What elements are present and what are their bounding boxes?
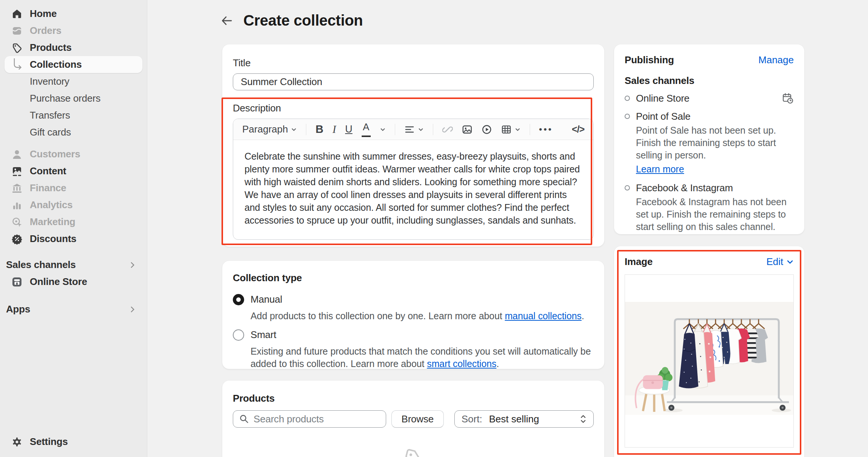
sidebar-item-customers[interactable]: Customers [5,146,142,163]
link-button[interactable] [442,124,453,135]
sort-value: Best selling [489,413,539,425]
empty-state-tag-icon [400,445,427,457]
sidebar-item-content[interactable]: Content [5,163,142,180]
help-prefix: Existing and future products that match … [251,346,591,369]
schedule-calendar-icon[interactable] [782,92,794,104]
more-options-button[interactable]: ••• [539,124,553,135]
bank-icon [11,183,23,194]
manual-collections-link[interactable]: manual collections [505,311,582,321]
paragraph-style-label: Paragraph [242,123,288,135]
browse-button[interactable]: Browse [391,410,444,428]
italic-button[interactable]: I [332,123,336,136]
publishing-card: Publishing Manage Sales channels Online … [614,44,804,234]
shopify-admin-create-collection: { "sidebar": { "items": [ {"label": "Hom… [0,0,868,457]
underline-button[interactable]: U [345,123,353,135]
bar-chart-icon [11,200,23,211]
publishing-header: Publishing Manage [625,54,794,66]
sidebar-item-marketing[interactable]: Marketing [5,213,142,230]
toolbar-divider [395,124,395,135]
collection-type-heading: Collection type [233,272,594,284]
toolbar-divider [433,124,433,135]
picture-icon [11,166,23,177]
toolbar-divider [306,124,306,135]
channel-description: Facebook & Instagram has not been set up… [636,196,794,233]
collection-title-input[interactable] [233,73,594,90]
sidebar-item-settings[interactable]: Settings [5,433,142,450]
sidebar-item-discounts[interactable]: Discounts [5,230,142,247]
bold-button[interactable]: B [315,123,323,136]
sidebar-item-inventory[interactable]: Inventory [5,73,142,90]
edit-dropdown[interactable]: Edit [766,256,794,268]
arrow-left-icon [220,14,233,27]
channel-bullet [625,114,630,119]
help-prefix: Add products to this collection one by o… [251,311,505,321]
sidebar-item-online-store[interactable]: Online Store [5,273,142,290]
products-controls: Browse Sort: Best selling [233,410,594,428]
sidebar-item-finance[interactable]: Finance [5,180,142,197]
discount-badge-icon [11,233,23,245]
sidebar-item-label: Orders [30,25,61,37]
description-label: Description [233,102,594,114]
sidebar-item-home[interactable]: Home [5,5,142,22]
manage-link[interactable]: Manage [758,54,794,66]
channel-name: Facebook & Instagram [636,182,733,194]
sort-select[interactable]: Sort: Best selling [454,410,594,428]
manual-help-text: Add products to this collection one by o… [251,310,594,322]
sidebar-item-products[interactable]: Products [5,39,142,56]
sidebar-item-label: Finance [30,182,66,194]
sidebar-item-collections[interactable]: Collections [5,56,142,73]
home-icon [11,8,23,20]
insert-video-button[interactable] [481,124,492,135]
sidebar-item-analytics[interactable]: Analytics [5,197,142,213]
description-text[interactable]: Celebrate the sunshine with summer dress… [233,140,593,236]
insert-table-button[interactable] [501,124,521,135]
chevron-down-icon [515,126,521,133]
sidebar-item-label: Settings [30,436,68,448]
sidebar-section-sales-channels[interactable]: Sales channels [5,256,142,273]
text-color-chevron[interactable] [380,126,386,133]
toolbar-divider [530,124,530,135]
channel-row-facebook-instagram: Facebook & Instagram [625,181,794,194]
chevron-right-icon [129,261,136,269]
search-products-input[interactable] [254,413,380,425]
sort-prefix: Sort: [462,413,482,425]
code-view-button[interactable]: </> [572,124,584,135]
sidebar-section-apps[interactable]: Apps [5,301,142,318]
collection-image[interactable] [625,302,793,415]
chevron-down-icon [786,258,794,266]
page-header: Create collection [219,12,363,29]
products-card: Products Browse Sort: Best selling [222,381,604,457]
sidebar-item-label: Online Store [30,276,87,288]
sidebar-item-gift-cards[interactable]: Gift cards [5,124,142,141]
smart-radio[interactable] [233,329,244,341]
gear-icon [11,436,23,448]
search-icon [239,414,249,424]
section-label: Sales channels [6,259,76,271]
manual-radio[interactable] [233,294,244,305]
sidebar-item-label: Analytics [30,199,73,211]
insert-image-button[interactable] [462,124,472,135]
back-button[interactable] [219,12,235,29]
sidebar-item-orders[interactable]: Orders [5,22,142,39]
sidebar-settings: Settings [5,433,142,450]
learn-more-link[interactable]: Learn more [636,164,684,175]
color-bar [362,136,371,137]
page-title: Create collection [243,12,363,29]
collection-type-card: Collection type Manual Add products to t… [222,261,604,369]
smart-collections-link[interactable]: smart collections [427,358,496,369]
alignment-button[interactable] [404,124,424,135]
orders-icon [11,25,23,37]
channel-row-point-of-sale: Point of Sale [625,110,794,123]
sidebar-item-label: Discounts [30,233,76,245]
sidebar-item-transfers[interactable]: Transfers [5,107,142,124]
text-color-button[interactable]: A [362,122,371,137]
sidebar-item-label: Collections [30,59,82,70]
paragraph-style-dropdown[interactable]: Paragraph [242,123,297,135]
image-heading: Image [625,256,653,268]
text-color-glyph: A [363,122,369,132]
sidebar-item-label: Content [30,165,66,177]
help-suffix: . [497,358,499,369]
channel-name: Point of Sale [636,111,691,122]
storefront-icon [11,276,23,288]
sidebar-item-purchase-orders[interactable]: Purchase orders [5,90,142,107]
